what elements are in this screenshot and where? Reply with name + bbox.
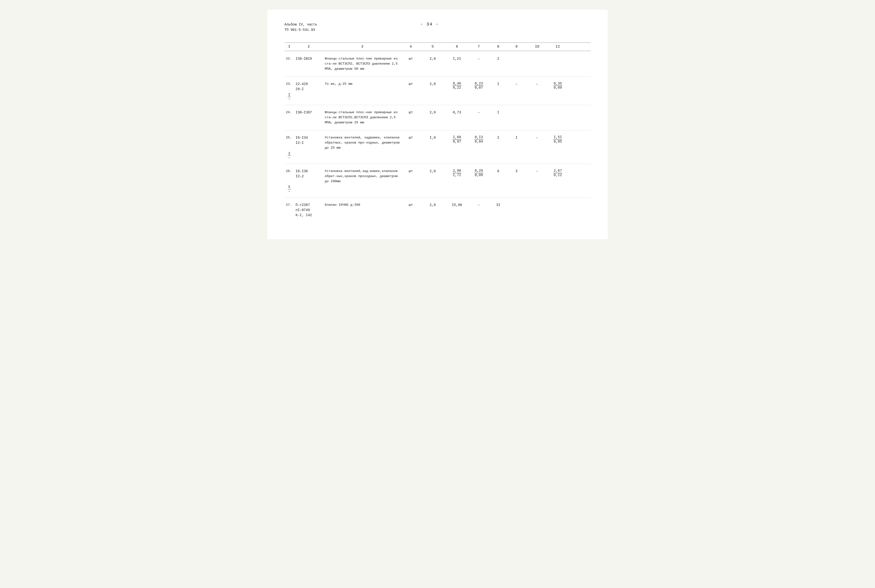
row-col8: 3 — [508, 168, 525, 174]
row-col6: – — [469, 202, 489, 208]
row-code: I6–I36 I2–2 — [294, 168, 323, 180]
row-unit: шт — [401, 56, 421, 62]
col-header-7: 7 — [469, 45, 489, 49]
row-code: I30–I307 — [294, 110, 323, 116]
row-col6: 0,I3 0,04 — [469, 135, 489, 144]
row-col10 — [549, 202, 567, 203]
row-col8: I — [508, 135, 525, 141]
fraction-col6: 0,29 0,09 — [474, 169, 484, 177]
row-code: I30–IBI9 — [294, 56, 323, 62]
col-header-8: 8 — [489, 45, 508, 49]
row-22: 22. I30–IBI9 Фланцы стальные плос-кие пр… — [284, 56, 591, 73]
row-col4: I,0 — [421, 135, 445, 141]
col-header-9: 9 — [508, 45, 525, 49]
row-code: П–т2307 пI–0749 К–I, I42 — [294, 202, 323, 218]
row-col9: – — [525, 135, 549, 141]
row-col10 — [549, 56, 567, 57]
header-line1: Альбом IV, часть — [284, 22, 317, 27]
row-col10 — [549, 110, 567, 111]
page: Альбом IV, часть ТП 901-5-53с.93 - 34 - … — [268, 10, 608, 239]
col-header-6: 6 — [445, 45, 469, 49]
row-col9: – — [525, 168, 549, 174]
row-num: 24. — [284, 110, 294, 116]
page-header: Альбом IV, часть ТП 901-5-53с.93 - 34 - — [284, 22, 591, 33]
row-col11: I – — [284, 92, 294, 102]
row-desc: То же, д-25 мм — [323, 81, 401, 87]
row-col6: 0,29 0,09 — [469, 168, 489, 178]
page-number: - 34 - — [420, 22, 439, 27]
row-num: 26. — [284, 168, 294, 174]
row-col10: 2,67 0,I2 — [549, 168, 567, 178]
row-col7: 2 — [489, 135, 508, 141]
row-num: 22. — [284, 56, 294, 62]
col-header-5: 5 — [421, 45, 445, 49]
row-col11 — [284, 126, 294, 127]
row-desc: Клапан I6Ч6Б д–I00 — [323, 202, 401, 208]
row-num: 23. — [284, 81, 294, 87]
row-unit: шт — [401, 202, 421, 208]
row-col6: – — [469, 56, 489, 62]
row-col7: 2 — [489, 56, 508, 62]
row-col6: – — [469, 110, 489, 116]
row-col5: I,68 0,97 — [445, 135, 469, 144]
table-row: 25. I6–I34 I2–I Установка вентилей, задв… — [284, 135, 591, 164]
row-25: 25. I6–I34 I2–I Установка вентилей, задв… — [284, 135, 591, 160]
row-num: 27. — [284, 202, 294, 208]
row-26: 26. I6–I36 I2–2 Установка вентилей,зад-в… — [284, 168, 591, 194]
row-col4: 2,0 — [421, 81, 445, 87]
fraction-col10: I,5I 0,05 — [553, 135, 562, 144]
row-col8: – — [508, 81, 525, 87]
row-col4: 2,0 — [421, 110, 445, 116]
row-col5: 0,46 0,22 — [445, 81, 469, 91]
row-col9 — [525, 202, 549, 203]
row-desc: Установка вентилей, задвижек, клапанов о… — [323, 135, 401, 151]
fraction-col10: 0,35 0,09 — [553, 82, 562, 90]
fraction-col11: 5 – — [288, 185, 291, 194]
row-desc: Фланцы стальные плос-кие приварные из ст… — [323, 56, 401, 72]
row-unit: шт — [401, 81, 421, 87]
row-col5: I5,60 — [445, 202, 469, 208]
row-col4: 2,0 — [421, 56, 445, 62]
row-col9: – — [525, 81, 549, 87]
column-headers: I 2 3 4 5 6 7 8 9 IO II — [284, 42, 591, 51]
col-header-1: I — [284, 45, 294, 49]
row-col6: 0,23 0,07 — [469, 81, 489, 91]
row-24: 24. I30–I307 Фланцы стальные плос-кие пр… — [284, 110, 591, 127]
fraction-col11: I – — [288, 93, 291, 101]
row-desc: Установка вентилей,зад-вижек,клапанов об… — [323, 168, 401, 184]
fraction-col5: 0,46 0,22 — [453, 82, 462, 90]
row-col10: 0,35 0,09 — [549, 81, 567, 91]
table-row: 22. I30–IBI9 Фланцы стальные плос-кие пр… — [284, 56, 591, 77]
row-col9 — [525, 110, 549, 111]
table-row: 26. I6–I36 I2–2 Установка вентилей,зад-в… — [284, 168, 591, 198]
row-col5: 0,73 — [445, 110, 469, 116]
fraction-col5: 2,98 I,7I — [453, 169, 462, 177]
row-col8 — [508, 110, 525, 111]
row-col7: 6 — [489, 168, 508, 174]
row-col7: I — [489, 110, 508, 116]
col-header-11: II — [549, 45, 567, 49]
row-23: 23. 22–429 29–I То же, д-25 мм шт 2,0 0,… — [284, 81, 591, 102]
row-col10: I,5I 0,05 — [549, 135, 567, 144]
row-num: 25. — [284, 135, 294, 141]
row-col4: 2,0 — [421, 168, 445, 174]
row-col7: I — [489, 81, 508, 87]
row-col8 — [508, 202, 525, 203]
row-unit: шт — [401, 168, 421, 174]
fraction-col5: I,68 0,97 — [453, 135, 462, 144]
col-header-4: 4 — [401, 45, 421, 49]
row-code: 22–429 29–I — [294, 81, 323, 92]
row-col4: 2,0 — [421, 202, 445, 208]
row-col9 — [525, 56, 549, 57]
header-title-left: Альбом IV, часть ТП 901-5-53с.93 — [284, 22, 317, 33]
row-col7: 3I — [489, 202, 508, 208]
row-col5: 2,98 I,7I — [445, 168, 469, 178]
fraction-col6: 0,23 0,07 — [474, 82, 484, 90]
row-27: 27. П–т2307 пI–0749 К–I, I42 Клапан I6Ч6… — [284, 202, 591, 219]
row-col11 — [284, 218, 294, 219]
table-row: 23. 22–429 29–I То же, д-25 мм шт 2,0 0,… — [284, 81, 591, 105]
col-header-10: IO — [525, 45, 549, 49]
table-row: 24. I30–I307 Фланцы стальные плос-кие пр… — [284, 110, 591, 130]
header-line2: ТП 901-5-53с.93 — [284, 27, 317, 33]
row-col11: 2 – — [284, 151, 294, 160]
